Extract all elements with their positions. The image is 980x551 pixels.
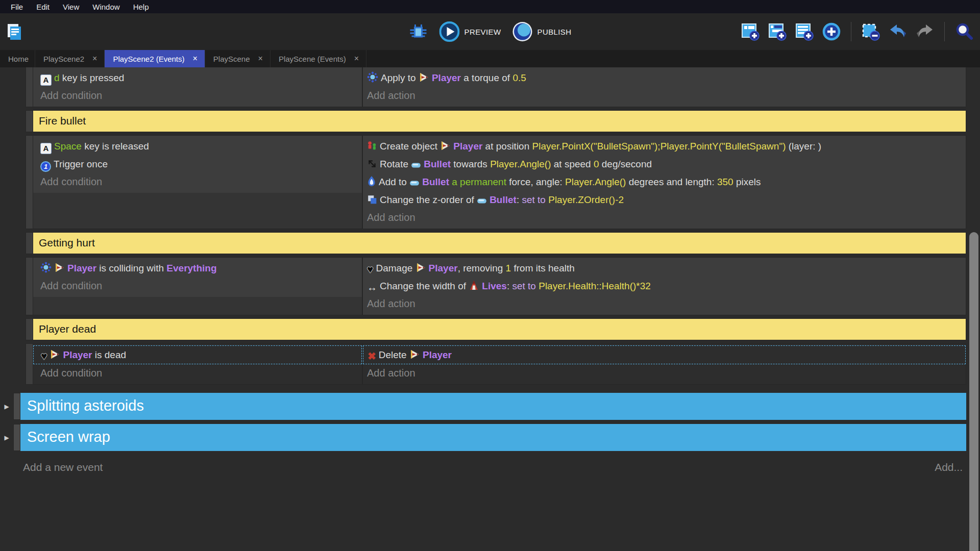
add-condition-button[interactable]: Add condition [33,277,362,296]
comment-row: Getting hurt [26,232,966,254]
add-action-button[interactable]: Add action [363,364,966,383]
condition-line[interactable]: Ad key is pressed [33,69,362,87]
event-drag-handle[interactable] [26,136,33,229]
player-ship-icon [415,262,426,273]
text-segment: Everything [166,263,216,273]
collapse-arrow-icon[interactable]: ▶ [0,393,13,420]
group-title[interactable]: Splitting asteroids [20,393,966,420]
text-segment: 1 [506,263,511,273]
conditions-column: Player is colliding with EverythingAdd c… [33,258,363,315]
condition-line[interactable]: ♥Player is dead [33,345,362,364]
event-row: ♥Player is deadAdd condition✖Delete Play… [26,343,966,385]
text-segment: Rotate [380,159,411,169]
comment-text[interactable]: Player dead [33,319,966,340]
tab-close-icon[interactable]: × [353,55,360,63]
add-condition-button[interactable]: Add condition [33,364,362,383]
event-drag-handle[interactable] [26,258,33,315]
tab-close-icon[interactable]: × [91,55,98,63]
tab-close-icon[interactable]: × [192,55,199,63]
action-line[interactable]: ♥Damage Player, removing 1 from its heal… [363,259,966,277]
group-drag-handle[interactable] [13,393,20,420]
heart-icon: ♥ [367,264,373,274]
text-segment: Player.Health::Health()*32 [538,281,651,291]
menu-item-view[interactable]: View [56,3,86,11]
actions-column: ✖Delete PlayerAdd action [363,344,966,384]
text-segment: 0 [594,159,599,169]
conditions-cell: Player is colliding with EverythingAdd c… [33,258,362,297]
tab-playscene-events[interactable]: PlayScene (Events)× [271,50,366,67]
add-comment-icon[interactable] [795,22,814,41]
player-ship-icon [50,349,60,360]
add-new-event-button[interactable]: Add a new event [23,461,103,473]
tab-playscene2-events[interactable]: PlayScene2 (Events)× [105,50,205,67]
event-row: Ad key is pressedAdd conditionApply to P… [26,67,966,107]
add-circle-icon[interactable] [822,22,841,41]
vertical-scrollbar [968,67,979,551]
add-action-button[interactable]: Add action [363,209,966,228]
add-action-button[interactable]: Add action [363,87,966,106]
event-drag-handle[interactable] [26,344,33,384]
text-segment: Player.Angle() [565,177,626,187]
group-drag-handle[interactable] [13,424,20,451]
text-segment: a permanent [449,177,506,187]
menu-item-file[interactable]: File [4,3,30,11]
debugger-icon[interactable] [409,22,428,41]
bullet-icon [409,180,420,187]
event-drag-handle[interactable] [26,111,33,132]
tab-playscene[interactable]: PlayScene× [205,50,271,67]
comment-text[interactable]: Getting hurt [33,233,966,254]
delete-selection-icon[interactable] [861,22,880,41]
text-segment: Bullet [489,194,517,205]
event-drag-handle[interactable] [26,319,33,340]
undo-icon[interactable] [888,22,908,41]
search-icon[interactable] [954,22,974,41]
action-line[interactable]: Rotate Bullet towards Player.Angle() at … [363,155,966,173]
action-line[interactable]: Apply to Player a torque of 0.5 [363,69,966,87]
condition-line[interactable]: 1Trigger once [33,155,362,173]
action-line[interactable]: Change the z-order of Bullet: set to Pla… [363,191,966,209]
collapse-arrow-icon[interactable]: ▶ [0,424,13,451]
trigger-once-icon: 1 [40,161,51,172]
tab-playscene2[interactable]: PlayScene2× [35,50,105,67]
conditions-cell: ♥Player is deadAdd condition [33,344,362,384]
event-group-row: ▶Splitting asteroids [0,393,966,420]
text-segment: Player.PointX("BulletSpawn");Player.Poin… [532,141,786,152]
add-more-button[interactable]: Add... [935,461,963,473]
condition-line[interactable]: Player is colliding with Everything [33,259,362,277]
actions-column: Create object Player at position Player.… [363,136,966,229]
add-condition-button[interactable]: Add condition [33,87,362,106]
comment-text[interactable]: Fire bullet [33,111,966,132]
redo-icon[interactable] [915,22,935,41]
events-sheet: Ad key is pressedAdd conditionApply to P… [0,67,980,551]
create-object-icon [367,140,377,151]
action-line[interactable]: Create object Player at position Player.… [363,137,966,155]
action-line[interactable]: Add to Bullet a permanent force, angle: … [363,173,966,191]
menu-item-help[interactable]: Help [127,3,156,11]
project-manager-icon[interactable] [5,22,23,41]
add-action-button[interactable]: Add action [363,295,966,314]
text-segment: Lives [482,281,507,291]
event-drag-handle[interactable] [26,67,33,107]
event-drag-handle[interactable] [26,233,33,254]
tab-home[interactable]: Home [0,50,35,67]
tab-close-icon[interactable]: × [257,55,264,63]
text-segment: d [54,72,60,83]
add-condition-button[interactable]: Add condition [33,173,362,192]
preview-button[interactable]: PREVIEW [439,21,501,42]
text-segment: : [507,281,512,291]
add-sub-event-icon[interactable] [768,22,787,41]
menu-item-window[interactable]: Window [86,3,126,11]
text-segment: (layer: ) [786,141,821,152]
condition-line[interactable]: ASpace key is released [33,137,362,155]
scrollbar-thumb[interactable] [969,232,978,551]
action-line[interactable]: ✖Delete Player [363,345,966,364]
action-line[interactable]: ↔Change the width of Lives: set to Playe… [363,277,966,295]
add-event-icon[interactable] [741,22,760,41]
publish-button[interactable]: PUBLISH [512,21,571,42]
menu-bar: FileEditViewWindowHelp [0,0,980,13]
conditions-column: ♥Player is deadAdd condition [33,344,363,384]
text-segment: Player [63,349,92,360]
menu-item-edit[interactable]: Edit [30,3,56,11]
rotate-icon [367,159,377,169]
group-title[interactable]: Screen wrap [20,424,966,451]
